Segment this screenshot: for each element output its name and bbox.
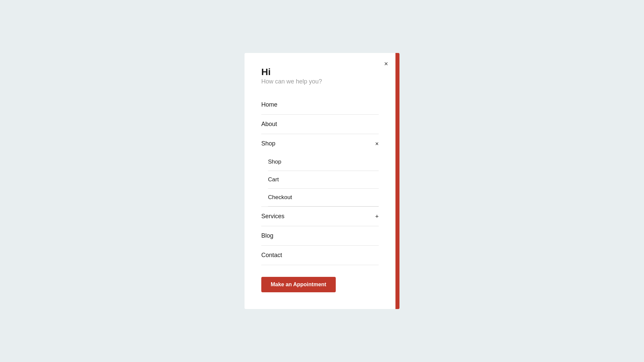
shop-submenu: Shop Cart Checkout: [261, 153, 379, 206]
greeting-subtitle: How can we help you?: [261, 78, 379, 85]
nav-label-services: Services: [261, 213, 284, 220]
nav-item-home: Home: [261, 95, 379, 115]
nav-list: Home About Shop ×: [261, 95, 379, 265]
nav-label-about: About: [261, 121, 277, 128]
nav-item-contact: Contact: [261, 246, 379, 265]
submenu-link-checkout[interactable]: Checkout: [268, 189, 379, 206]
nav-label-home: Home: [261, 101, 277, 108]
nav-item-about: About: [261, 115, 379, 134]
appointment-button[interactable]: Make an Appointment: [261, 277, 336, 292]
nav-link-about[interactable]: About: [261, 115, 379, 134]
nav-item-shop: Shop × Shop Cart Checkout: [261, 134, 379, 207]
submenu-item-checkout: Checkout: [268, 189, 379, 206]
modal-wrapper: × Hi How can we help you? Home About: [245, 53, 399, 309]
nav-label-contact: Contact: [261, 252, 282, 259]
submenu-link-cart[interactable]: Cart: [268, 171, 379, 188]
nav-link-shop[interactable]: Shop ×: [261, 134, 379, 153]
greeting-section: Hi How can we help you?: [261, 66, 379, 85]
submenu-link-shop[interactable]: Shop: [268, 153, 379, 171]
services-toggle-icon: +: [375, 214, 379, 220]
nav-label-shop: Shop: [261, 140, 275, 147]
red-accent-bar: [395, 53, 399, 309]
nav-link-services[interactable]: Services +: [261, 207, 379, 226]
nav-link-home[interactable]: Home: [261, 95, 379, 114]
greeting-hi: Hi: [261, 66, 379, 78]
nav-link-contact[interactable]: Contact: [261, 246, 379, 265]
submenu-item-shop: Shop: [268, 153, 379, 171]
shop-toggle-icon: ×: [375, 141, 379, 147]
modal: × Hi How can we help you? Home About: [245, 53, 395, 309]
nav-item-blog: Blog: [261, 226, 379, 246]
submenu-item-cart: Cart: [268, 171, 379, 189]
nav-label-blog: Blog: [261, 232, 273, 239]
nav-item-services: Services +: [261, 207, 379, 226]
page-background: × Hi How can we help you? Home About: [0, 0, 644, 362]
close-button[interactable]: ×: [383, 59, 389, 68]
nav-link-blog[interactable]: Blog: [261, 226, 379, 245]
